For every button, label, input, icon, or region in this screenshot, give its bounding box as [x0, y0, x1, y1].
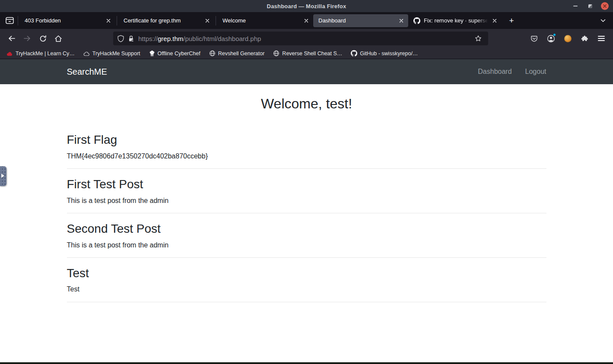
extension-orange-button[interactable]: [561, 32, 574, 45]
bookmark-label: TryHackMe Support: [92, 51, 140, 57]
extensions-button[interactable]: [578, 32, 591, 45]
post-title: Second Test Post: [67, 222, 546, 236]
window-bottom-edge: [0, 362, 613, 364]
window-restore-button[interactable]: [586, 2, 594, 10]
site-navbar: SearchME Dashboard Logout: [0, 59, 613, 84]
tab-strip: 403 Forbidden Certificate for grep.thm W…: [0, 12, 613, 29]
minimize-icon: [573, 6, 578, 6]
close-icon: [603, 4, 607, 8]
divider: [67, 257, 546, 258]
post-body: This is a test post from the admin: [67, 196, 546, 206]
bookmark-offline-cyberchef[interactable]: Offline CyberChef: [145, 49, 204, 57]
tab-welcome[interactable]: Welcome: [217, 14, 313, 27]
tab-github-pr[interactable]: Fix: remove key · superse: [408, 14, 502, 27]
bookmark-tryhackme-support[interactable]: TryHackMe Support: [79, 50, 144, 57]
puzzle-icon: [581, 35, 588, 42]
bookmark-tryhackme[interactable]: TryHackMe | Learn Cy…: [3, 50, 79, 57]
hamburger-icon: [598, 36, 605, 41]
tab-close-button[interactable]: [302, 16, 311, 25]
tab-close-button[interactable]: [490, 16, 499, 25]
star-icon: [475, 35, 482, 42]
tab-close-button[interactable]: [104, 16, 113, 25]
menu-button[interactable]: [595, 32, 608, 45]
divider: [67, 213, 546, 213]
post-test: Test Test: [67, 266, 546, 302]
reload-icon: [39, 35, 47, 42]
post-title: First Flag: [67, 133, 546, 147]
url-scheme: https://: [138, 35, 158, 42]
orange-extension-icon: [564, 35, 572, 42]
bookmark-reverse-shell-cheatsheet[interactable]: Reverse Shell Cheat S…: [269, 49, 346, 57]
back-button[interactable]: [4, 32, 19, 45]
nav-link-dashboard[interactable]: Dashboard: [478, 68, 511, 76]
url-path: /public/html/dashboard.php: [183, 35, 261, 42]
close-icon: [399, 19, 403, 23]
url-host: grep.thm: [158, 35, 183, 42]
home-button[interactable]: [51, 32, 66, 45]
site-brand[interactable]: SearchME: [67, 67, 107, 77]
tab-close-button[interactable]: [203, 16, 212, 25]
cloud-red-icon: [6, 51, 13, 56]
tab-403-forbidden[interactable]: 403 Forbidden: [19, 14, 115, 27]
bookmark-label: Reverse Shell Cheat S…: [282, 51, 342, 57]
github-icon: [413, 17, 420, 24]
tab-separator: [216, 16, 216, 25]
welcome-heading: Welcome, test!: [67, 95, 546, 112]
navigation-toolbar: https://grep.thm/public/html/dashboard.p…: [0, 29, 613, 48]
toolbar-right-icons: [527, 32, 609, 45]
bookmark-revshell-generator[interactable]: Revshell Generator: [205, 49, 269, 57]
bookmarks-bar: TryHackMe | Learn Cy… TryHackMe Support …: [0, 48, 613, 59]
post-second-test: Second Test Post This is a test post fro…: [67, 222, 546, 258]
chef-hat-icon: [149, 50, 155, 57]
post-title: Test: [67, 266, 546, 281]
pocket-icon: [530, 35, 538, 42]
chevron-down-icon: [600, 19, 606, 22]
window-titlebar[interactable]: Dashboard — Mozilla Firefox: [0, 0, 613, 12]
divider: [67, 168, 546, 169]
github-icon: [351, 50, 357, 57]
list-all-tabs-button[interactable]: [597, 14, 610, 27]
window-minimize-button[interactable]: [572, 2, 579, 10]
bookmark-github-swisskyrepo[interactable]: GitHub - swisskyrepo/…: [347, 49, 422, 57]
close-icon: [304, 19, 308, 23]
forward-button[interactable]: [20, 32, 35, 45]
window-close-button[interactable]: [601, 2, 609, 10]
reload-button[interactable]: [35, 32, 50, 45]
posts-list: First Flag THM{4ec9806d7e1350270dc402ba8…: [67, 133, 546, 302]
tab-certificate[interactable]: Certificate for grep.thm: [118, 14, 214, 27]
restore-icon: [588, 4, 592, 8]
divider: [67, 302, 546, 302]
post-body: This is a test post from the admin: [67, 240, 546, 250]
account-button[interactable]: [544, 32, 557, 45]
save-to-pocket-button[interactable]: [527, 32, 540, 45]
tab-title: Welcome: [222, 17, 300, 24]
cloud-icon: [83, 51, 90, 56]
tracking-shield-icon[interactable]: [118, 35, 124, 42]
home-icon: [54, 35, 62, 42]
tab-title: Certificate for grep.thm: [124, 17, 201, 24]
window-controls: [572, 2, 613, 10]
globe-icon: [273, 50, 280, 57]
sidebar-handle[interactable]: [0, 166, 6, 186]
tab-separator: [117, 16, 117, 25]
url-bar[interactable]: https://grep.thm/public/html/dashboard.p…: [113, 32, 488, 45]
url-text[interactable]: https://grep.thm/public/html/dashboard.p…: [138, 35, 473, 42]
post-title: First Test Post: [67, 177, 546, 192]
new-tab-button[interactable]: +: [505, 14, 518, 27]
tab-title: Fix: remove key · superse: [424, 17, 489, 24]
tab-separator: [18, 16, 18, 25]
post-body: Test: [67, 284, 546, 294]
bookmark-label: GitHub - swisskyrepo/…: [360, 51, 418, 57]
tab-dashboard-active[interactable]: Dashboard: [313, 14, 408, 27]
bookmark-star-button[interactable]: [473, 33, 484, 44]
notification-dot: [553, 33, 556, 36]
close-icon: [492, 19, 497, 23]
post-first-flag: First Flag THM{4ec9806d7e1350270dc402ba8…: [67, 133, 546, 169]
forward-arrow-icon: [23, 35, 31, 42]
firefox-view-button[interactable]: [3, 15, 16, 27]
lock-warning-icon[interactable]: [128, 35, 134, 42]
tab-close-button[interactable]: [397, 16, 406, 25]
nav-link-logout[interactable]: Logout: [525, 68, 546, 76]
firefox-view-icon: [6, 17, 14, 24]
close-icon: [205, 19, 210, 23]
